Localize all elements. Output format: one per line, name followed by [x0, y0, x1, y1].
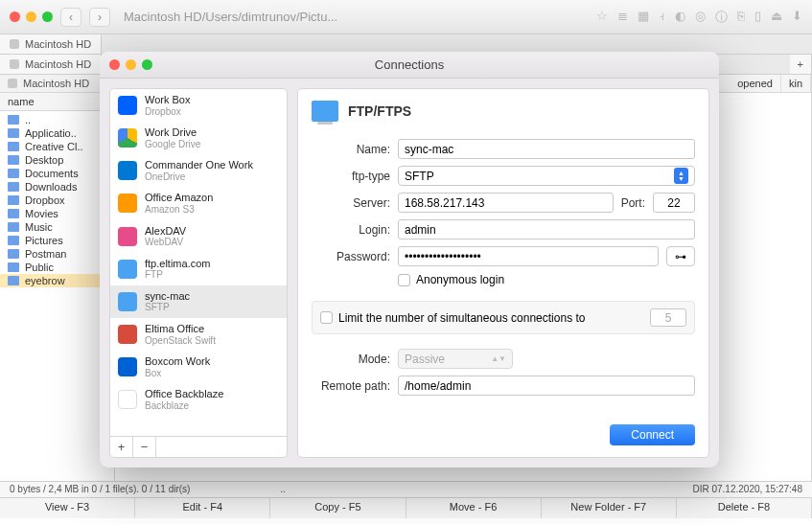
- file-row[interactable]: Music: [0, 220, 114, 234]
- col-name[interactable]: name: [0, 93, 114, 110]
- status-mid: ..: [270, 482, 541, 497]
- connection-item[interactable]: sync-macSFTP: [110, 285, 287, 318]
- file-row[interactable]: Documents: [0, 167, 114, 180]
- remote-path-input[interactable]: [398, 376, 695, 396]
- key-button[interactable]: ⊶: [666, 246, 695, 266]
- file-row[interactable]: Downloads: [0, 180, 114, 194]
- connection-name: Work Box: [145, 94, 190, 106]
- file-name: Downloads: [25, 181, 77, 193]
- connection-item[interactable]: Work DriveGoogle Drive: [110, 122, 287, 154]
- close-icon[interactable]: [10, 11, 20, 22]
- dialog-minimize-icon[interactable]: [126, 59, 136, 70]
- fn-button[interactable]: Edit - F4: [135, 498, 270, 518]
- status-left: 0 bytes / 2,4 MB in 0 / 1 file(s). 0 / 1…: [0, 482, 270, 497]
- file-name: Postman: [25, 248, 66, 260]
- connection-service: Google Drive: [145, 139, 200, 150]
- connection-item[interactable]: Eltima OfficeOpenStack Swift: [110, 318, 287, 351]
- left-file-list[interactable]: ..Applicatio..Creative Cl..DesktopDocume…: [0, 111, 114, 481]
- service-icon: [118, 128, 137, 148]
- connection-item[interactable]: Office AmazonAmazon S3: [110, 187, 287, 219]
- connection-item[interactable]: Commander One WorkOneDrive: [110, 154, 287, 187]
- file-row[interactable]: Applicatio..: [0, 126, 114, 140]
- columns-icon[interactable]: ⫞: [659, 9, 665, 26]
- file-name: Pictures: [25, 235, 63, 246]
- dialog-close-icon[interactable]: [109, 59, 120, 70]
- file-row[interactable]: Public: [0, 261, 114, 274]
- limit-input[interactable]: [650, 308, 686, 327]
- disk-icon: [10, 59, 19, 69]
- file-row[interactable]: Dropbox: [0, 194, 114, 207]
- col-opened[interactable]: opened: [730, 75, 781, 92]
- connection-name: Work Drive: [145, 126, 200, 139]
- pane-drive[interactable]: Macintosh HD: [0, 75, 114, 93]
- terminal-icon[interactable]: ▯: [754, 9, 761, 26]
- minimize-icon[interactable]: [26, 11, 36, 22]
- password-input[interactable]: [398, 246, 659, 266]
- file-name: Music: [25, 221, 53, 233]
- hidden-icon[interactable]: ◎: [695, 9, 706, 26]
- tab-macintosh-hd[interactable]: Macintosh HD: [0, 34, 102, 54]
- service-icon: [118, 227, 137, 246]
- connection-service: Backblaze: [145, 400, 223, 412]
- anonymous-checkbox[interactable]: [398, 274, 410, 286]
- download-icon[interactable]: ⬇: [792, 9, 802, 26]
- folder-icon: [8, 209, 19, 218]
- add-connection-button[interactable]: +: [110, 437, 133, 457]
- folder-icon: [8, 182, 19, 192]
- grid-icon[interactable]: ▦: [638, 9, 649, 26]
- connection-scroll[interactable]: Work BoxDropboxWork DriveGoogle DriveCom…: [110, 89, 287, 436]
- limit-checkbox[interactable]: [320, 311, 333, 324]
- fn-button[interactable]: Delete - F8: [677, 498, 812, 518]
- connection-item[interactable]: Office BackblazeBackblaze: [110, 383, 287, 416]
- fn-button[interactable]: Move - F6: [406, 498, 542, 518]
- file-row[interactable]: Movies: [0, 207, 114, 220]
- dialog-title: Connections: [109, 57, 709, 72]
- list-icon[interactable]: ≣: [617, 9, 628, 26]
- tab-macintosh-hd-2[interactable]: Macintosh HD: [0, 55, 102, 74]
- connection-name: Eltima Office: [145, 323, 216, 335]
- tab-add[interactable]: +: [790, 55, 812, 74]
- zoom-icon[interactable]: [42, 11, 53, 22]
- info-icon[interactable]: ⓘ: [715, 9, 728, 26]
- remove-connection-button[interactable]: −: [133, 437, 156, 457]
- login-input[interactable]: [398, 219, 695, 239]
- file-row[interactable]: Postman: [0, 247, 114, 261]
- connection-name: Boxcom Work: [145, 355, 210, 368]
- nav-back-button[interactable]: ‹: [60, 8, 81, 27]
- fn-button[interactable]: New Folder - F7: [542, 498, 677, 518]
- connect-button[interactable]: Connect: [610, 424, 695, 445]
- fn-button[interactable]: Copy - F5: [270, 498, 406, 518]
- form-header: FTP/FTPS: [312, 101, 695, 122]
- ftp-type-select[interactable]: SFTP ▲▼: [398, 166, 695, 186]
- toggle-icon[interactable]: ◐: [675, 9, 685, 26]
- connection-item[interactable]: AlexDAVWebDAV: [110, 220, 287, 253]
- eject-icon[interactable]: ⏏: [771, 9, 782, 26]
- connection-name: Office Amazon: [145, 192, 213, 204]
- toolbar-icons: ☆ ≣ ▦ ⫞ ◐ ◎ ⓘ ⎘ ▯ ⏏ ⬇: [596, 9, 802, 26]
- folder-icon: [8, 236, 19, 245]
- file-row[interactable]: eyebrow: [0, 274, 114, 287]
- nav-forward-button[interactable]: ›: [89, 8, 110, 27]
- connection-service: OneDrive: [145, 171, 253, 183]
- star-icon[interactable]: ☆: [596, 9, 608, 26]
- file-row[interactable]: Pictures: [0, 234, 114, 247]
- folder-icon: [8, 262, 19, 272]
- file-row[interactable]: Desktop: [0, 153, 114, 167]
- label-port: Port:: [621, 196, 645, 210]
- connection-item[interactable]: ftp.eltima.comFTP: [110, 253, 287, 285]
- connection-item[interactable]: Boxcom WorkBox: [110, 351, 287, 383]
- disk-icon: [10, 39, 19, 49]
- dialog-zoom-icon[interactable]: [142, 59, 152, 70]
- folder-icon: [8, 142, 19, 151]
- file-row[interactable]: Creative Cl..: [0, 140, 114, 153]
- port-input[interactable]: [653, 193, 695, 213]
- name-input[interactable]: [398, 139, 695, 159]
- archive-icon[interactable]: ⎘: [737, 9, 745, 26]
- server-input[interactable]: [398, 193, 614, 213]
- file-row[interactable]: ..: [0, 113, 114, 126]
- service-icon: [118, 96, 137, 115]
- connection-item[interactable]: Work BoxDropbox: [110, 89, 287, 122]
- col-kind[interactable]: kin: [781, 75, 811, 92]
- file-name: Movies: [25, 208, 58, 219]
- fn-button[interactable]: View - F3: [0, 498, 135, 518]
